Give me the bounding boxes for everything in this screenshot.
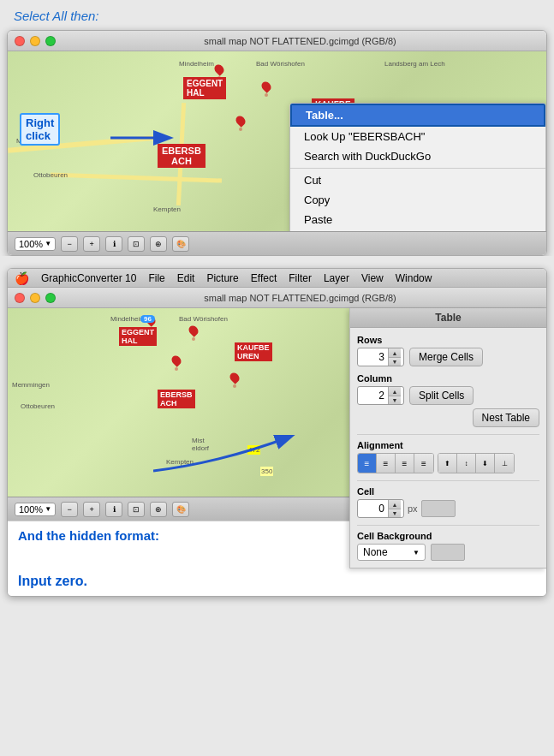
zoom-dropdown-icon-2[interactable]: ▼ [45, 505, 51, 513]
rows-input[interactable] [358, 350, 388, 364]
instruction-suffix: then: [67, 9, 99, 23]
ctx-cut[interactable]: Cut [290, 170, 545, 190]
merge-cells-button[interactable]: Merge Cells [409, 348, 483, 366]
cell-bg-select[interactable]: None ▼ [357, 544, 426, 561]
map-label-mindelheim: Mindelheim [179, 60, 214, 68]
menu-picture[interactable]: Picture [206, 272, 238, 284]
cell-color-box[interactable] [421, 500, 456, 517]
align-justify-button[interactable]: ≡ [414, 454, 433, 473]
rows-input-wrap[interactable]: ▲ ▼ [357, 348, 404, 366]
rows-stepper[interactable]: ▲ ▼ [388, 348, 401, 366]
align-group: ≡ ≡ ≡ ≡ [357, 453, 434, 473]
titlebar-1: small map NOT FLATTENED.gcimgd (RGB/8) [8, 31, 546, 51]
cell-down-button[interactable]: ▼ [389, 509, 401, 517]
cell-input-wrap[interactable]: ▲ ▼ [357, 499, 404, 518]
map-label-landsberg: Landsberg am Lech [384, 60, 445, 68]
column-label: Column [357, 373, 539, 384]
instruction-prefix: Select All [14, 9, 67, 23]
minimize-button[interactable] [30, 36, 40, 46]
crop-icon-2: ⊡ [133, 505, 140, 514]
ctx-search[interactable]: Search with DuckDuckGo [290, 146, 545, 166]
apple-menu[interactable]: 🍎 [15, 271, 29, 285]
menu-view[interactable]: View [361, 272, 384, 284]
map2-bad: Bad Wörishofen [179, 315, 228, 323]
map-pin-1 [213, 64, 225, 80]
map2-ottobeuren: Ottobeuren [21, 402, 55, 410]
ctx-lookup[interactable]: Look Up "EBERSBACH" [290, 127, 545, 146]
panel-body: Rows ▲ ▼ Merge Cells Column [350, 328, 546, 568]
zoom-out-button[interactable]: − [61, 236, 78, 252]
arrow-2-icon [153, 428, 325, 479]
cell-row: ▲ ▼ px [357, 499, 539, 518]
menu-filter[interactable]: Filter [289, 272, 312, 284]
align-left-button[interactable]: ≡ [358, 454, 377, 473]
cell-bg-color-box[interactable] [431, 544, 465, 561]
rows-down-button[interactable]: ▼ [389, 357, 401, 366]
minimize-button-2[interactable] [30, 293, 40, 303]
close-button[interactable] [15, 36, 25, 46]
arrow-icon [110, 125, 179, 151]
ctx-copy[interactable]: Copy [290, 190, 545, 210]
nest-table-button[interactable]: Nest Table [473, 408, 539, 427]
crop-button[interactable]: ⊡ [128, 236, 145, 252]
valign-middle-button[interactable]: ↕ [457, 454, 476, 473]
zoom-in-button[interactable]: + [83, 236, 100, 252]
chevron-down-icon: ▼ [413, 549, 420, 557]
context-menu: Table... Look Up "EBERSBACH" Search with… [289, 103, 546, 231]
menu-window[interactable]: Window [396, 272, 432, 284]
globe-icon: ⊕ [155, 240, 162, 248]
maximize-button-2[interactable] [45, 293, 56, 303]
px-label: px [408, 503, 418, 514]
split-cells-button[interactable]: Split Cells [409, 386, 474, 405]
info-button-2[interactable]: ℹ [105, 502, 122, 517]
menu-edit[interactable]: Edit [177, 272, 195, 284]
window-title-2: small map NOT FLATTENED.gcimgd (RGB/8) [61, 293, 539, 303]
city-eggenthal: EGGENTHAL [183, 77, 226, 99]
map-pin-3 [235, 116, 247, 131]
zoom-select-2[interactable]: 100% ▼ [15, 503, 56, 516]
column-stepper[interactable]: ▲ ▼ [388, 387, 401, 404]
map-label-kempten: Kempten [153, 205, 181, 213]
align-right-button[interactable]: ≡ [396, 454, 414, 473]
valign-baseline-button[interactable]: ⊥ [495, 454, 514, 473]
map2-kaufbeuren: KAUFBEUREN [235, 342, 272, 361]
menu-effect[interactable]: Effect [251, 272, 277, 284]
close-button-2[interactable] [15, 293, 25, 303]
color-button[interactable]: 🎨 [172, 236, 189, 252]
zoom-out-button-2[interactable]: − [61, 502, 78, 517]
alignment-label: Alignment [357, 440, 539, 450]
globe-button-2[interactable]: ⊕ [150, 502, 167, 517]
align-center-button[interactable]: ≡ [377, 454, 396, 473]
globe-button[interactable]: ⊕ [150, 236, 167, 252]
menu-gc10[interactable]: GraphicConverter 10 [41, 272, 136, 284]
zoom-in-button-2[interactable]: + [83, 502, 100, 517]
zoom-select[interactable]: 100% ▼ [15, 237, 56, 251]
maximize-button[interactable] [45, 36, 56, 46]
cell-input[interactable] [358, 502, 388, 515]
column-input-wrap[interactable]: ▲ ▼ [357, 386, 404, 405]
ctx-table[interactable]: Table... [290, 104, 545, 127]
valign-top-button[interactable]: ⬆ [438, 454, 457, 473]
crop-button-2[interactable]: ⊡ [128, 502, 145, 517]
cell-stepper[interactable]: ▲ ▼ [388, 500, 401, 517]
column-down-button[interactable]: ▼ [389, 396, 401, 404]
cell-up-button[interactable]: ▲ [389, 500, 401, 509]
info-button[interactable]: ℹ [105, 236, 122, 252]
color-button-2[interactable]: 🎨 [172, 502, 189, 517]
zoom-value-2: 100% [19, 504, 43, 515]
rows-up-button[interactable]: ▲ [389, 348, 401, 357]
map2-memmingen: Memmingen [12, 381, 50, 389]
zoom-dropdown-icon[interactable]: ▼ [45, 240, 51, 247]
menu-layer[interactable]: Layer [324, 272, 349, 284]
valign-bottom-button[interactable]: ⬇ [476, 454, 495, 473]
color-icon: 🎨 [176, 240, 186, 248]
map2-pin-2 [188, 325, 200, 341]
align-row: ≡ ≡ ≡ ≡ ⬆ ↕ ⬇ ⊥ [357, 453, 539, 473]
menu-file[interactable]: File [148, 272, 164, 284]
map-label-bad: Bad Wörishofen [256, 60, 305, 68]
globe-icon-2: ⊕ [155, 505, 162, 514]
column-up-button[interactable]: ▲ [389, 387, 401, 396]
ctx-paste[interactable]: Paste [290, 210, 545, 229]
column-input[interactable] [358, 389, 388, 402]
map2-ebersbach: EBERSBACH [158, 390, 195, 408]
